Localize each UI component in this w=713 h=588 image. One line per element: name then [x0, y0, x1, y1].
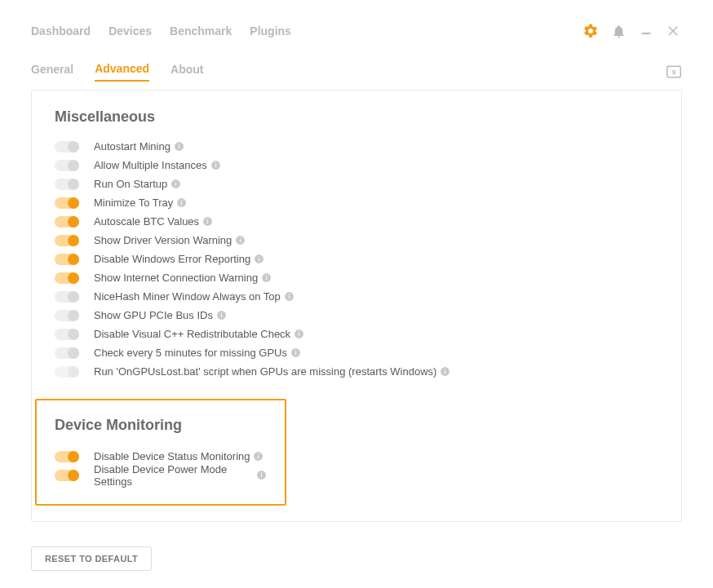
setting-label: Disable Windows Error Reporting [94, 253, 250, 265]
setting-row-show_driver_warn: Show Driver Version Warning [55, 231, 658, 250]
svg-rect-25 [266, 276, 267, 280]
svg-rect-43 [258, 455, 259, 458]
info-icon[interactable] [253, 451, 264, 462]
currency-icon[interactable]: $ [666, 64, 682, 80]
setting-label: Show Internet Connection Warning [94, 272, 258, 284]
tab-advanced[interactable]: Advanced [95, 62, 149, 82]
toggle-ongpuslost [55, 366, 79, 378]
toggle-show_gpu_pcie[interactable] [55, 310, 79, 321]
setting-row-always_on_top: NiceHash Miner Window Always on Top [55, 287, 658, 306]
toggle-disable_dev_power[interactable] [55, 470, 79, 481]
toggle-allow_multiple[interactable] [55, 160, 79, 171]
toggle-show_driver_warn[interactable] [55, 235, 79, 246]
toggle-run_on_startup[interactable] [55, 179, 79, 190]
bell-icon[interactable] [610, 23, 627, 39]
setting-label: Check every 5 minutes for missing GPUs [94, 347, 287, 359]
svg-rect-34 [299, 333, 299, 336]
toggle-disable_dev_status[interactable] [55, 451, 79, 462]
gear-icon[interactable] [582, 23, 599, 39]
svg-rect-5 [179, 144, 179, 144]
svg-rect-14 [181, 200, 182, 201]
info-icon[interactable] [254, 254, 264, 264]
nav-benchmark[interactable]: Benchmark [170, 24, 232, 38]
setting-label: Allow Multiple Instances [94, 159, 207, 171]
setting-row-autostart_mining: Autostart Mining [55, 137, 658, 156]
close-icon[interactable] [666, 23, 682, 39]
section-devmon-title: Device Monitoring [55, 417, 267, 434]
svg-rect-47 [261, 472, 262, 473]
setting-label: Disable Device Power Mode Settings [94, 463, 253, 488]
info-icon[interactable] [256, 470, 267, 480]
svg-rect-11 [175, 181, 176, 182]
setting-row-run_on_startup: Run On Startup [55, 175, 658, 193]
svg-rect-13 [181, 201, 182, 205]
toggle-check_missing_gpus[interactable] [55, 347, 79, 359]
info-icon[interactable] [290, 347, 301, 358]
setting-row-disable_dev_power: Disable Device Power Mode Settings [55, 466, 267, 484]
info-icon[interactable] [174, 141, 184, 152]
setting-label: Show Driver Version Warning [94, 234, 232, 246]
device-monitoring-box: Device Monitoring Disable Device Status … [35, 399, 286, 506]
settings-panel: Miscellaneous Autostart MiningAllow Mult… [31, 90, 682, 522]
svg-rect-37 [295, 351, 296, 355]
info-icon[interactable] [284, 291, 294, 302]
setting-row-allow_multiple: Allow Multiple Instances [55, 156, 658, 175]
setting-label: Show GPU PCIe Bus IDs [94, 309, 213, 321]
setting-row-ongpuslost: Run 'OnGPUsLost.bat' script when GPUs ar… [55, 362, 658, 381]
info-icon[interactable] [210, 160, 221, 170]
setting-row-show_net_warn: Show Internet Connection Warning [55, 268, 658, 287]
svg-rect-22 [259, 258, 259, 261]
reset-to-default-button[interactable]: RESET TO DEFAULT [31, 546, 152, 571]
info-icon[interactable] [235, 235, 246, 245]
svg-rect-29 [289, 294, 290, 294]
info-icon[interactable] [216, 310, 227, 321]
svg-rect-35 [299, 331, 299, 332]
setting-label: Autoscale BTC Values [94, 215, 199, 228]
setting-row-disable_win_err: Disable Windows Error Reporting [55, 250, 658, 268]
toggle-autostart_mining[interactable] [55, 141, 79, 153]
setting-label: Run 'OnGPUsLost.bat' script when GPUs ar… [94, 365, 436, 378]
svg-rect-23 [259, 256, 259, 257]
toggle-disable_vcredist[interactable] [55, 329, 79, 340]
info-icon[interactable] [170, 179, 181, 189]
toggle-autoscale_btc[interactable] [55, 216, 79, 228]
minimize-icon[interactable] [638, 23, 654, 39]
setting-row-minimize_to_tray: Minimize To Tray [55, 193, 658, 212]
svg-rect-10 [175, 183, 176, 186]
info-icon[interactable] [440, 366, 450, 377]
svg-rect-41 [445, 369, 445, 369]
section-misc-title: Miscellaneous [55, 108, 658, 126]
info-icon[interactable] [176, 197, 187, 208]
svg-rect-46 [261, 474, 262, 477]
info-icon[interactable] [294, 329, 304, 339]
svg-rect-17 [207, 219, 208, 219]
toggle-minimize_to_tray[interactable] [55, 197, 79, 209]
settings-scroll[interactable]: Miscellaneous Autostart MiningAllow Mult… [32, 91, 681, 521]
svg-rect-8 [215, 162, 216, 163]
setting-label: Autostart Mining [94, 140, 170, 153]
nav-dashboard[interactable]: Dashboard [31, 24, 91, 38]
svg-rect-0 [642, 33, 651, 34]
nav-devices[interactable]: Devices [108, 24, 152, 38]
setting-label: NiceHash Miner Window Always on Top [94, 290, 281, 303]
tab-general[interactable]: General [31, 63, 73, 81]
svg-text:$: $ [672, 69, 676, 76]
setting-row-disable_vcredist: Disable Visual C++ Redistributable Check [55, 325, 658, 343]
info-icon[interactable] [261, 272, 272, 283]
svg-rect-32 [221, 312, 222, 313]
toggle-disable_win_err[interactable] [55, 254, 79, 265]
svg-rect-19 [240, 239, 241, 242]
svg-rect-26 [266, 275, 267, 276]
info-icon[interactable] [202, 216, 213, 227]
toggle-always_on_top[interactable] [55, 291, 79, 303]
svg-rect-4 [179, 145, 179, 148]
toggle-show_net_warn[interactable] [55, 272, 79, 284]
svg-rect-38 [295, 350, 296, 351]
svg-rect-44 [258, 453, 259, 454]
setting-label: Run On Startup [94, 178, 167, 190]
svg-rect-7 [215, 164, 216, 167]
setting-row-check_missing_gpus: Check every 5 minutes for missing GPUs [55, 343, 658, 362]
svg-rect-16 [207, 220, 208, 223]
tab-about[interactable]: About [170, 63, 203, 81]
nav-plugins[interactable]: Plugins [250, 24, 291, 38]
